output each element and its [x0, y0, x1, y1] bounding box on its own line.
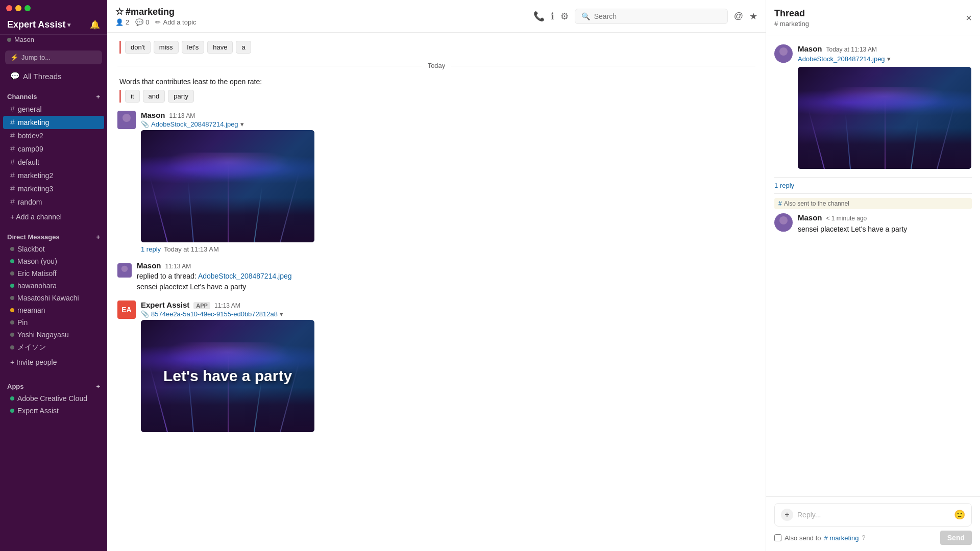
- thread-file: AdobeStock_208487214.jpeg ▾: [798, 55, 971, 63]
- sidebar-user: Mason: [0, 35, 107, 47]
- tag-dont: don't: [125, 41, 151, 54]
- workspace-chevron-icon: ▾: [67, 21, 70, 29]
- dm-eric[interactable]: Eric Matisoff: [3, 267, 104, 280]
- msg-time-3: 11:13 AM: [214, 302, 240, 309]
- thread-file-link[interactable]: AdobeStock_208487214.jpeg: [798, 55, 885, 63]
- thread-channel: # marketing: [774, 20, 809, 28]
- hash-icon: #: [774, 20, 778, 28]
- maximize-window-btn[interactable]: [24, 5, 31, 11]
- reply-bar-1[interactable]: 1 reply Today at 11:13 AM: [141, 245, 755, 253]
- workspace-name[interactable]: Expert Assist ▾: [7, 19, 70, 30]
- sidebar-item-camp09[interactable]: #camp09: [3, 142, 104, 156]
- send-button[interactable]: Send: [940, 531, 972, 545]
- search-box[interactable]: 🔍: [575, 9, 728, 24]
- svg-point-2: [121, 266, 128, 272]
- app-expert-assist[interactable]: Expert Assist: [3, 405, 104, 417]
- status-dot: [10, 259, 14, 263]
- add-topic[interactable]: ✏ Add a topic: [155, 18, 196, 26]
- thread-reply-body: Mason < 1 minute ago sensei placetext Le…: [798, 213, 907, 235]
- close-thread-button[interactable]: ×: [966, 12, 972, 24]
- svg-point-7: [776, 224, 791, 232]
- word-tags-section: don't miss let's have a: [117, 41, 755, 54]
- sidebar-item-default[interactable]: #default: [3, 156, 104, 169]
- messages-area: don't miss let's have a Today Words that…: [107, 33, 766, 551]
- at-icon[interactable]: @: [734, 11, 743, 21]
- dm-yoshi[interactable]: Yoshi Nagayasu: [3, 329, 104, 341]
- search-input[interactable]: [594, 12, 721, 20]
- tags-bottom-container: it and party: [119, 90, 755, 103]
- thread-original-body: Mason Today at 11:13 AM AdobeStock_20848…: [798, 44, 971, 169]
- dm-hawanohara[interactable]: hawanohara: [3, 280, 104, 292]
- dm-meaman[interactable]: meaman: [3, 304, 104, 316]
- concert-image-1: [141, 130, 314, 242]
- thread-header: Thread # marketing ×: [766, 0, 980, 36]
- msg-sender-expert: Expert Assist: [141, 300, 189, 309]
- thread-msg-header: Mason Today at 11:13 AM: [798, 44, 971, 53]
- sidebar-item-random[interactable]: #random: [3, 195, 104, 209]
- info-circle-icon[interactable]: ℹ: [551, 11, 554, 22]
- svg-point-1: [119, 122, 134, 129]
- add-app-icon[interactable]: +: [96, 383, 100, 390]
- file-link-3[interactable]: 8574ee2a-5a10-49ec-9155-ed0bb72812a8: [151, 310, 278, 318]
- thread-reply-header: Mason < 1 minute ago: [798, 213, 907, 222]
- sidebar-item-general[interactable]: #general: [3, 103, 104, 116]
- file-link-1[interactable]: AdobeStock_208487214.jpeg: [151, 120, 238, 128]
- status-dot: [10, 409, 14, 413]
- message-2-body: Mason 11:13 AM replied to a thread: Adob…: [137, 261, 755, 292]
- message-2-header: Mason 11:13 AM: [137, 261, 755, 270]
- dm-slackbot[interactable]: Slackbot: [3, 243, 104, 255]
- star-icon[interactable]: ☆: [115, 6, 124, 17]
- thread-messages: Mason Today at 11:13 AM AdobeStock_20848…: [766, 36, 980, 496]
- add-dm-icon[interactable]: +: [96, 233, 100, 241]
- settings-icon[interactable]: ⚙: [560, 11, 569, 22]
- jump-to-icon: ⚡: [10, 54, 18, 61]
- dm-masatoshi[interactable]: Masatoshi Kawachi: [3, 292, 104, 304]
- add-content-button[interactable]: +: [781, 509, 793, 521]
- also-send-channel-link[interactable]: # marketing: [824, 534, 859, 542]
- notification-bell-icon[interactable]: 🔔: [90, 20, 100, 30]
- add-channel-icon[interactable]: +: [96, 93, 100, 101]
- minimize-window-btn[interactable]: [15, 5, 21, 11]
- dm-pin[interactable]: Pin: [3, 316, 104, 329]
- sidebar-item-marketing2[interactable]: #marketing2: [3, 169, 104, 182]
- emoji-button[interactable]: 🙂: [954, 509, 965, 520]
- tag-lets: let's: [182, 41, 205, 54]
- app-adobe[interactable]: Adobe Creative Cloud: [3, 392, 104, 405]
- thread-reply-sender: Mason: [798, 213, 822, 222]
- word-tags-section-2: Words that contributes least to the open…: [117, 78, 755, 103]
- also-send-info-icon[interactable]: ?: [862, 534, 865, 541]
- dropdown-icon-3: ▾: [280, 310, 283, 318]
- channels-section-header: Channels +: [0, 85, 107, 103]
- avatar-mason-2: [117, 263, 132, 278]
- close-window-btn[interactable]: [6, 5, 12, 11]
- also-send-checkbox[interactable]: [774, 534, 781, 541]
- msg-time-2: 11:13 AM: [165, 263, 191, 270]
- thread-reply-count[interactable]: 1 reply: [774, 177, 972, 194]
- thread-link[interactable]: AdobeStock_208487214.jpeg: [198, 272, 292, 280]
- thread-header-text: Thread # marketing: [774, 8, 809, 28]
- replies-count: 💬 0: [135, 18, 149, 26]
- also-sent-notice: # Also sent to the channel: [774, 198, 972, 209]
- reply-input[interactable]: [797, 511, 950, 519]
- dm-mason[interactable]: Mason (you): [3, 255, 104, 267]
- invite-people-button[interactable]: + Invite people: [3, 355, 104, 369]
- dm-meison[interactable]: メイソン: [3, 341, 104, 354]
- message-1-header: Mason 11:13 AM: [141, 111, 755, 119]
- main-content: ☆ #marketing 👤 2 💬 0 ✏ Add a topic 📞: [107, 0, 766, 551]
- thread-original-message: Mason Today at 11:13 AM AdobeStock_20848…: [774, 44, 972, 169]
- concert-lights: [141, 130, 314, 242]
- sidebar-item-marketing[interactable]: #marketing: [3, 116, 104, 129]
- file-icon: 📎: [141, 120, 149, 128]
- status-dot: [10, 284, 14, 288]
- svg-point-4: [779, 47, 788, 56]
- add-channel-button[interactable]: + Add a channel: [3, 210, 104, 224]
- sidebar-item-marketing3[interactable]: #marketing3: [3, 182, 104, 195]
- jump-to-button[interactable]: ⚡ Jump to...: [5, 51, 102, 64]
- dm-section-header: Direct Messages +: [0, 225, 107, 243]
- svg-point-6: [779, 216, 788, 224]
- sidebar-item-botdev2[interactable]: #botdev2: [3, 129, 104, 142]
- bookmark-icon[interactable]: ★: [749, 11, 757, 22]
- all-threads-button[interactable]: 💬 All Threads: [3, 67, 104, 85]
- date-divider: Today: [117, 62, 755, 69]
- phone-icon[interactable]: 📞: [533, 11, 545, 22]
